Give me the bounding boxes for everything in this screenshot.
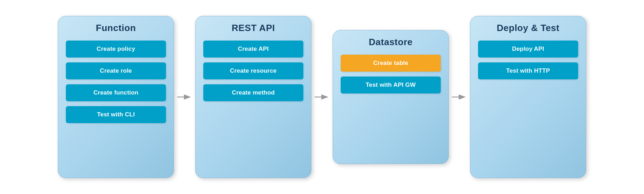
panel-datastore: DatastoreCreate tableTest with API GW: [333, 30, 449, 164]
btn-function-2[interactable]: Create function: [66, 84, 166, 101]
diagram: FunctionCreate policyCreate roleCreate f…: [47, 9, 597, 185]
btn-deploy-test-0[interactable]: Deploy API: [478, 41, 578, 57]
arrow-3: [449, 90, 470, 104]
btn-rest-api-1[interactable]: Create resource: [203, 62, 303, 79]
panel-function: FunctionCreate policyCreate roleCreate f…: [58, 16, 174, 178]
btn-function-3[interactable]: Test with CLI: [66, 106, 166, 123]
arrow-2: [311, 90, 333, 104]
arrow-1: [174, 90, 195, 104]
btn-datastore-1[interactable]: Test with API GW: [341, 77, 441, 93]
btn-rest-api-0[interactable]: Create API: [203, 41, 303, 57]
btn-rest-api-2[interactable]: Create method: [203, 84, 303, 101]
panel-rest-api: REST APICreate APICreate resourceCreate …: [195, 16, 311, 178]
panel-title-rest-api: REST API: [232, 23, 275, 34]
panel-title-deploy-test: Deploy & Test: [497, 23, 559, 34]
panel-deploy-test: Deploy & TestDeploy APITest with HTTP: [470, 16, 586, 178]
panel-title-datastore: Datastore: [369, 37, 413, 48]
btn-function-1[interactable]: Create role: [66, 62, 166, 79]
btn-datastore-0[interactable]: Create table: [341, 55, 441, 72]
btn-function-0[interactable]: Create policy: [66, 41, 166, 57]
panel-title-function: Function: [96, 23, 136, 34]
btn-deploy-test-1[interactable]: Test with HTTP: [478, 62, 578, 79]
